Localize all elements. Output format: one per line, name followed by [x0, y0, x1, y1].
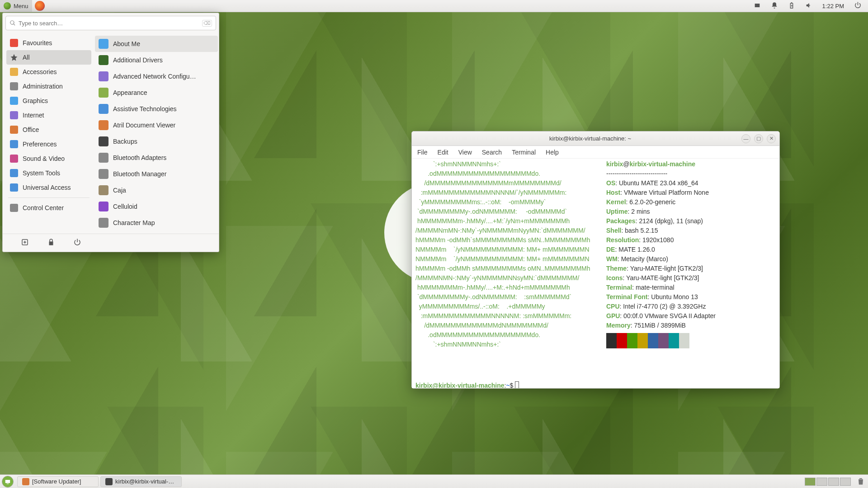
bell-icon[interactable]: [771, 2, 778, 10]
menu-edit[interactable]: Edit: [438, 149, 448, 156]
app-label: Backups: [113, 138, 137, 145]
workspace-switcher[interactable]: [805, 478, 854, 486]
app-bluetooth-manager[interactable]: Bluetooth Manager: [95, 166, 218, 182]
app-icon: [99, 169, 108, 179]
keyboard-icon[interactable]: [754, 2, 761, 10]
category-label: Office: [23, 126, 39, 133]
app-label: Celluloid: [113, 203, 137, 210]
category-administration[interactable]: Administration: [6, 79, 91, 94]
lock-icon[interactable]: [47, 238, 55, 248]
app-label: Bluetooth Manager: [113, 170, 166, 178]
svg-rect-2: [7, 483, 9, 484]
search-icon: [9, 20, 16, 26]
workspace-4[interactable]: [840, 478, 851, 486]
category-icon: [10, 39, 18, 47]
menu-button[interactable]: Menu: [0, 0, 32, 12]
app-celluloid[interactable]: Celluloid: [95, 198, 218, 215]
menu-search[interactable]: Search: [482, 149, 502, 156]
app-advanced-network-configu-[interactable]: Advanced Network Configu…: [95, 68, 218, 84]
app-appearance[interactable]: Appearance: [95, 84, 218, 101]
menu-footer: [3, 234, 219, 252]
menu-file[interactable]: File: [417, 149, 428, 156]
category-label: All: [23, 54, 30, 61]
terminal-titlebar[interactable]: kirbix@kirbix-virtual-machine: ~ — ▢ ✕: [412, 131, 779, 146]
app-label: About Me: [113, 40, 140, 47]
edit-menu-icon[interactable]: [21, 238, 29, 248]
category-system-tools[interactable]: System Tools: [6, 166, 91, 180]
menu-terminal[interactable]: Terminal: [512, 149, 536, 156]
show-desktop-button[interactable]: [2, 476, 14, 488]
task--software-updater-[interactable]: [Software Updater]: [17, 476, 99, 487]
maximize-button[interactable]: ▢: [754, 134, 763, 143]
category-icon: [10, 111, 18, 119]
search-box[interactable]: ⌫: [5, 16, 216, 30]
workspace-3[interactable]: [828, 478, 839, 486]
app-icon: [99, 71, 108, 81]
trash-icon[interactable]: [856, 477, 865, 487]
task-label: [Software Updater]: [32, 478, 81, 485]
category-internet[interactable]: Internet: [6, 108, 91, 122]
app-icon: [99, 136, 108, 146]
app-character-map[interactable]: Character Map: [95, 215, 218, 231]
category-all[interactable]: All: [6, 50, 91, 65]
category-preferences[interactable]: Preferences: [6, 137, 91, 151]
task-kirbix-kirbix-virtual-[interactable]: kirbix@kirbix-virtual-…: [100, 476, 182, 487]
app-icon: [99, 55, 108, 65]
category-label: Graphics: [23, 97, 48, 104]
shutdown-icon[interactable]: [73, 238, 81, 248]
category-icon: [10, 169, 18, 177]
app-about-me[interactable]: About Me: [95, 36, 218, 52]
shell-prompt[interactable]: kirbix@kirbix-virtual-machine:~$: [415, 381, 776, 388]
close-button[interactable]: ✕: [767, 134, 776, 143]
category-favourites[interactable]: Favourites: [6, 36, 91, 50]
clock[interactable]: 1:22 PM: [822, 3, 844, 9]
app-additional-drivers[interactable]: Additional Drivers: [95, 52, 218, 68]
category-label: Universal Access: [23, 184, 71, 191]
category-label: System Tools: [23, 169, 60, 177]
category-sound-video[interactable]: Sound & Video: [6, 151, 91, 166]
category-label: Favourites: [23, 39, 52, 47]
app-caja[interactable]: Caja: [95, 182, 218, 198]
category-icon: [10, 126, 18, 134]
application-list[interactable]: About MeAdditional DriversAdvanced Netwo…: [93, 33, 219, 234]
workspace-1[interactable]: [805, 478, 816, 486]
clear-search-icon[interactable]: ⌫: [202, 20, 212, 27]
minimize-button[interactable]: —: [741, 134, 750, 143]
app-label: Assistive Technologies: [113, 105, 177, 113]
volume-icon[interactable]: [805, 2, 812, 10]
app-icon: [99, 88, 108, 98]
application-menu: ⌫ FavouritesAllAccessoriesAdministration…: [2, 13, 219, 252]
app-atril-document-viewer[interactable]: Atril Document Viewer: [95, 117, 218, 133]
terminal-output[interactable]: `:+shmNNMMNNmhs+:` .odMMMMMMMMMMMMMMMMMM…: [412, 159, 779, 388]
menu-view[interactable]: View: [458, 149, 472, 156]
battery-icon[interactable]: [788, 2, 795, 10]
category-label: Administration: [23, 83, 63, 90]
menu-help[interactable]: Help: [546, 149, 559, 156]
menu-label: Menu: [14, 3, 28, 9]
category-office[interactable]: Office: [6, 122, 91, 137]
category-label: Sound & Video: [23, 155, 65, 162]
app-icon: [99, 104, 108, 114]
category-list: FavouritesAllAccessoriesAdministrationGr…: [3, 33, 93, 234]
app-label: Advanced Network Configu…: [113, 73, 196, 80]
search-input[interactable]: [19, 20, 202, 27]
category-accessories[interactable]: Accessories: [6, 65, 91, 79]
category-label: Preferences: [23, 141, 57, 148]
task-label: kirbix@kirbix-virtual-…: [115, 478, 174, 485]
category-control-center[interactable]: Control Center: [6, 201, 91, 215]
power-icon[interactable]: [854, 1, 862, 10]
category-graphics[interactable]: Graphics: [6, 94, 91, 108]
workspace-2[interactable]: [816, 478, 827, 486]
app-backups[interactable]: Backups: [95, 133, 218, 150]
category-icon: [10, 53, 18, 61]
app-label: Character Map: [113, 219, 155, 226]
app-assistive-technologies[interactable]: Assistive Technologies: [95, 101, 218, 117]
category-universal-access[interactable]: Universal Access: [6, 180, 91, 195]
app-icon: [99, 218, 108, 228]
app-label: Bluetooth Adapters: [113, 154, 166, 161]
app-bluetooth-adapters[interactable]: Bluetooth Adapters: [95, 150, 218, 166]
app-label: Additional Drivers: [113, 56, 163, 64]
category-label: Control Center: [23, 204, 64, 211]
terminal-window: kirbix@kirbix-virtual-machine: ~ — ▢ ✕ F…: [411, 131, 780, 389]
firefox-launcher-icon[interactable]: [35, 1, 45, 11]
